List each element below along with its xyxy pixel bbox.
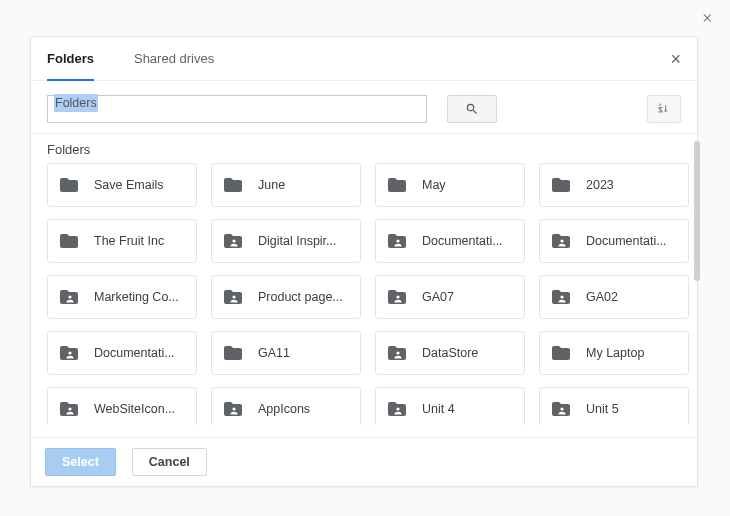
search-button[interactable] [447, 95, 497, 123]
shared-folder-icon [58, 344, 80, 362]
search-input-value: Folders [54, 94, 98, 112]
shared-folder-icon [550, 288, 572, 306]
folder-card[interactable]: Save Emails [47, 163, 197, 207]
scrollbar-thumb[interactable] [694, 141, 700, 281]
dialog-close-button[interactable]: × [670, 50, 681, 68]
folder-label: AppIcons [258, 402, 310, 416]
tab-folders[interactable]: Folders [47, 37, 94, 80]
shared-folder-icon [58, 288, 80, 306]
folder-card[interactable]: Unit 4 [375, 387, 525, 425]
folder-label: My Laptop [586, 346, 644, 360]
folder-icon [58, 176, 80, 194]
tab-folders-label: Folders [47, 51, 94, 66]
folder-label: Save Emails [94, 178, 163, 192]
section-label: Folders [31, 134, 697, 163]
shared-folder-icon [550, 232, 572, 250]
sort-button[interactable] [647, 95, 681, 123]
folder-label: Unit 5 [586, 402, 619, 416]
folder-card[interactable]: Product page... [211, 275, 361, 319]
outer-close-button[interactable] [700, 10, 716, 30]
folder-card[interactable]: GA11 [211, 331, 361, 375]
shared-folder-icon [386, 288, 408, 306]
folder-icon [550, 176, 572, 194]
folder-card[interactable]: Documentati... [47, 331, 197, 375]
folder-card[interactable]: DataStore [375, 331, 525, 375]
folder-card[interactable]: Digital Inspir... [211, 219, 361, 263]
folder-label: Digital Inspir... [258, 234, 337, 248]
folder-label: GA07 [422, 290, 454, 304]
cancel-button-label: Cancel [149, 455, 190, 469]
folder-label: The Fruit Inc [94, 234, 164, 248]
picker-dialog: Folders Shared drives × Folders Folders … [30, 36, 698, 487]
tab-shared-drives[interactable]: Shared drives [134, 37, 214, 80]
folder-card[interactable]: 2023 [539, 163, 689, 207]
shared-folder-icon [386, 400, 408, 418]
folder-card[interactable]: May [375, 163, 525, 207]
search-row: Folders [31, 81, 697, 134]
tab-shared-label: Shared drives [134, 51, 214, 66]
folder-label: Marketing Co... [94, 290, 179, 304]
folder-card[interactable]: My Laptop [539, 331, 689, 375]
folder-card[interactable]: Documentati... [375, 219, 525, 263]
shared-folder-icon [386, 344, 408, 362]
folder-label: GA02 [586, 290, 618, 304]
folder-label: Product page... [258, 290, 343, 304]
folder-card[interactable]: The Fruit Inc [47, 219, 197, 263]
search-input[interactable]: Folders [47, 95, 427, 123]
folder-icon [550, 344, 572, 362]
search-icon [465, 102, 479, 116]
folder-card[interactable]: GA07 [375, 275, 525, 319]
sort-az-icon [656, 101, 672, 117]
cancel-button[interactable]: Cancel [132, 448, 207, 476]
folder-label: Documentati... [586, 234, 667, 248]
shared-folder-icon [58, 400, 80, 418]
select-button[interactable]: Select [45, 448, 116, 476]
folder-card[interactable]: GA02 [539, 275, 689, 319]
folder-label: Documentati... [94, 346, 175, 360]
tab-bar: Folders Shared drives × [31, 37, 697, 81]
close-icon [700, 10, 716, 26]
shared-folder-icon [550, 400, 572, 418]
shared-folder-icon [222, 232, 244, 250]
folder-label: GA11 [258, 346, 290, 360]
folder-card[interactable]: WebSiteIcon... [47, 387, 197, 425]
folder-icon [222, 176, 244, 194]
folder-icon [386, 176, 408, 194]
folder-label: Unit 4 [422, 402, 455, 416]
folder-icon [58, 232, 80, 250]
folder-card[interactable]: Marketing Co... [47, 275, 197, 319]
select-button-label: Select [62, 455, 99, 469]
shared-folder-icon [222, 400, 244, 418]
folder-card[interactable]: Unit 5 [539, 387, 689, 425]
picker-body: Folders Save EmailsJuneMay2023The Fruit … [31, 134, 697, 434]
folder-label: 2023 [586, 178, 614, 192]
shared-folder-icon [222, 288, 244, 306]
folder-card[interactable]: June [211, 163, 361, 207]
folder-label: Documentati... [422, 234, 503, 248]
folder-card[interactable]: AppIcons [211, 387, 361, 425]
folder-label: May [422, 178, 446, 192]
folder-label: WebSiteIcon... [94, 402, 175, 416]
dialog-footer: Select Cancel [31, 437, 697, 486]
folder-grid: Save EmailsJuneMay2023The Fruit IncDigit… [31, 163, 697, 425]
folder-label: June [258, 178, 285, 192]
folder-icon [222, 344, 244, 362]
shared-folder-icon [386, 232, 408, 250]
folder-label: DataStore [422, 346, 478, 360]
folder-card[interactable]: Documentati... [539, 219, 689, 263]
